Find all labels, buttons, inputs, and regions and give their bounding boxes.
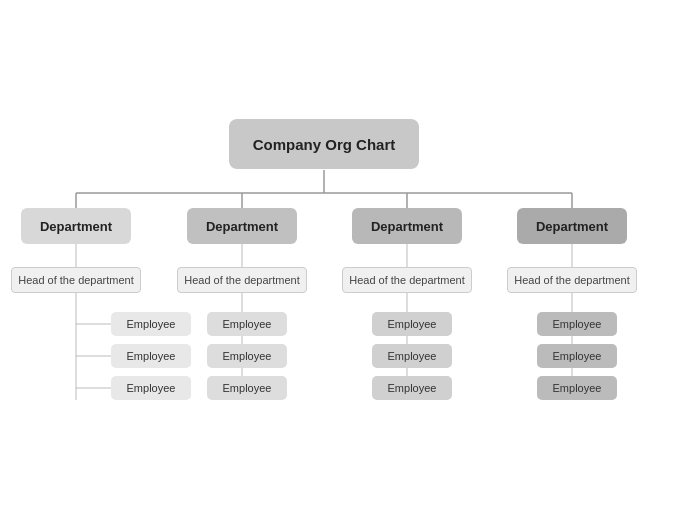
dept3-node: Department <box>352 208 462 244</box>
dept2-emp1: Employee <box>207 312 287 336</box>
title-label: Company Org Chart <box>253 136 396 153</box>
dept3-emp2-label: Employee <box>388 350 437 362</box>
dept1-head: Head of the department <box>11 267 141 293</box>
dept1-label: Department <box>40 219 112 234</box>
dept3-label: Department <box>371 219 443 234</box>
dept2-emp3-label: Employee <box>223 382 272 394</box>
dept3-head-label: Head of the department <box>349 274 465 286</box>
dept1-emp1: Employee <box>111 312 191 336</box>
dept4-emp3-label: Employee <box>553 382 602 394</box>
dept3-emp1: Employee <box>372 312 452 336</box>
dept2-emp2: Employee <box>207 344 287 368</box>
dept2-emp3: Employee <box>207 376 287 400</box>
dept2-node: Department <box>187 208 297 244</box>
dept3-emp2: Employee <box>372 344 452 368</box>
dept3-emp1-label: Employee <box>388 318 437 330</box>
dept2-head: Head of the department <box>177 267 307 293</box>
dept4-emp1-label: Employee <box>553 318 602 330</box>
dept3-emp3-label: Employee <box>388 382 437 394</box>
dept2-label: Department <box>206 219 278 234</box>
dept4-head: Head of the department <box>507 267 637 293</box>
dept2-head-label: Head of the department <box>184 274 300 286</box>
org-chart: Company Org Chart Department Head of the… <box>0 0 696 520</box>
dept1-emp2-label: Employee <box>127 350 176 362</box>
dept4-node: Department <box>517 208 627 244</box>
dept4-emp3: Employee <box>537 376 617 400</box>
dept1-emp1-label: Employee <box>127 318 176 330</box>
connector-lines <box>0 0 696 520</box>
dept1-emp2: Employee <box>111 344 191 368</box>
dept4-emp1: Employee <box>537 312 617 336</box>
title-node: Company Org Chart <box>229 119 419 169</box>
dept4-label: Department <box>536 219 608 234</box>
dept3-head: Head of the department <box>342 267 472 293</box>
dept1-head-label: Head of the department <box>18 274 134 286</box>
dept4-emp2: Employee <box>537 344 617 368</box>
dept4-emp2-label: Employee <box>553 350 602 362</box>
dept1-emp3: Employee <box>111 376 191 400</box>
dept2-emp1-label: Employee <box>223 318 272 330</box>
dept1-node: Department <box>21 208 131 244</box>
dept1-emp3-label: Employee <box>127 382 176 394</box>
dept3-emp3: Employee <box>372 376 452 400</box>
dept2-emp2-label: Employee <box>223 350 272 362</box>
dept4-head-label: Head of the department <box>514 274 630 286</box>
